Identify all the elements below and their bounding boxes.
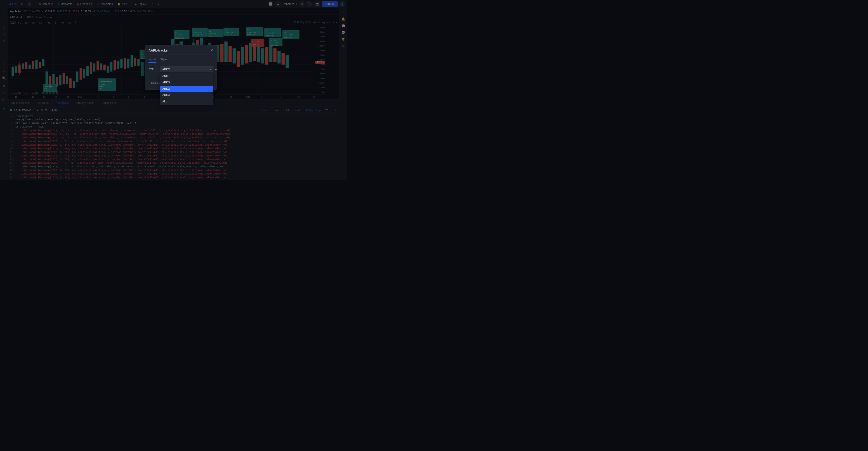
etf-label: ETF (149, 68, 158, 71)
dropdown-arkf[interactable]: ARKF (160, 73, 213, 79)
etf-select[interactable]: ARKQ (160, 66, 213, 72)
modal-close-btn[interactable]: ✕ (210, 48, 213, 53)
modal-dialog: AAPL-tracker ✕ Inputs Style ETF ARKQ ▾ A… (145, 45, 217, 90)
dropdown-arkw[interactable]: ARKW (160, 92, 213, 98)
modal-tabs: Inputs Style (145, 55, 217, 63)
red-arrow-indicator: ← (215, 67, 218, 71)
modal-overlay: AAPL-tracker ✕ Inputs Style ETF ARKQ ▾ A… (0, 0, 347, 180)
dropdown-all[interactable]: ALL (160, 98, 213, 105)
modal-tab-style[interactable]: Style (160, 56, 166, 63)
modal-title: AAPL-tracker (149, 49, 168, 52)
etf-field: ETF ARKQ ▾ ARKF ARKG ARKQ ARKW ALL ← (149, 66, 213, 72)
modal-tab-inputs[interactable]: Inputs (149, 56, 156, 63)
dropdown-arkg[interactable]: ARKG (160, 79, 213, 86)
modal-header: AAPL-tracker ✕ (145, 46, 217, 55)
etf-select-container: ARKQ ▾ ARKF ARKG ARKQ ARKW ALL ← (160, 66, 213, 72)
modal-body: ETF ARKQ ▾ ARKF ARKG ARKQ ARKW ALL ← (145, 63, 217, 79)
etf-dropdown: ARKF ARKG ARKQ ARKW ALL (160, 73, 213, 105)
dropdown-arkq[interactable]: ARKQ (160, 86, 213, 92)
